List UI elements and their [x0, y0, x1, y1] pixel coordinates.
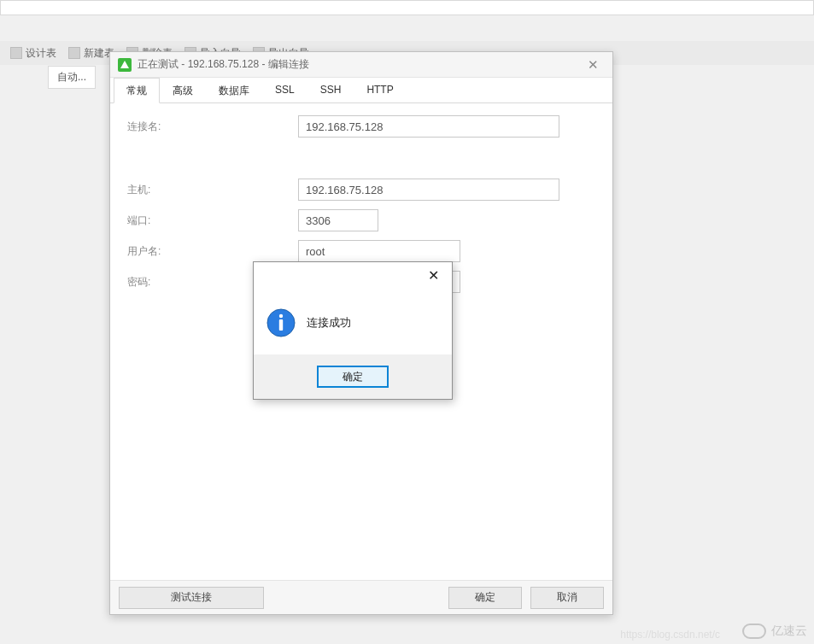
msgbox-footer: 确定 — [254, 354, 452, 399]
port-label: 端口: — [127, 214, 298, 228]
dialog-footer: 测试连接 确定 取消 — [110, 580, 612, 614]
design-table-icon — [10, 47, 22, 59]
background-tab-strip: 自动... — [48, 67, 95, 87]
new-table-icon — [68, 47, 80, 59]
tab-ssh[interactable]: SSH — [307, 78, 354, 103]
tab-advanced[interactable]: 高级 — [160, 78, 206, 103]
toolbar-item-new[interactable]: 新建表 — [68, 46, 114, 61]
close-icon: ✕ — [588, 57, 599, 73]
msgbox-body: 连接成功 — [254, 288, 452, 354]
user-input[interactable] — [298, 240, 460, 262]
msgbox-ok-button[interactable]: 确定 — [317, 366, 389, 388]
conn-name-input[interactable] — [298, 115, 559, 138]
test-connection-button[interactable]: 测试连接 — [119, 587, 264, 609]
tab-database[interactable]: 数据库 — [206, 78, 262, 103]
tab-http[interactable]: HTTP — [354, 78, 406, 103]
background-input-strip — [0, 0, 814, 15]
dialog-titlebar: 正在测试 - 192.168.75.128 - 编辑连接 ✕ — [110, 52, 612, 78]
watermark: 亿速云 — [742, 624, 807, 639]
message-box: ✕ 连接成功 确定 — [253, 261, 453, 400]
svg-point-2 — [279, 314, 283, 318]
info-icon — [266, 307, 296, 338]
msgbox-close-button[interactable]: ✕ — [416, 263, 450, 287]
user-label: 用户名: — [127, 244, 298, 259]
dialog-title: 正在测试 - 192.168.75.128 - 编辑连接 — [138, 57, 309, 72]
port-input[interactable] — [298, 209, 378, 231]
cloud-icon — [742, 624, 766, 639]
app-icon — [117, 57, 132, 73]
host-label: 主机: — [127, 183, 298, 197]
close-icon: ✕ — [428, 267, 439, 284]
tab-general[interactable]: 常规 — [114, 78, 160, 103]
toolbar-item-design[interactable]: 设计表 — [10, 46, 56, 61]
host-input[interactable] — [298, 179, 559, 201]
tab-auto[interactable]: 自动... — [48, 66, 96, 89]
ok-button[interactable]: 确定 — [448, 587, 522, 609]
dialog-tabs: 常规 高级 数据库 SSL SSH HTTP — [110, 78, 612, 103]
watermark-text: 亿速云 — [771, 624, 807, 639]
conn-name-label: 连接名: — [127, 120, 298, 134]
cancel-button[interactable]: 取消 — [530, 587, 604, 609]
svg-rect-3 — [279, 319, 283, 331]
watermark-url: https://blog.csdn.net/c — [620, 629, 720, 641]
tab-ssl[interactable]: SSL — [262, 78, 307, 103]
dialog-close-button[interactable]: ✕ — [580, 52, 606, 78]
msgbox-titlebar: ✕ — [254, 262, 452, 288]
msgbox-message: 连接成功 — [307, 315, 351, 331]
